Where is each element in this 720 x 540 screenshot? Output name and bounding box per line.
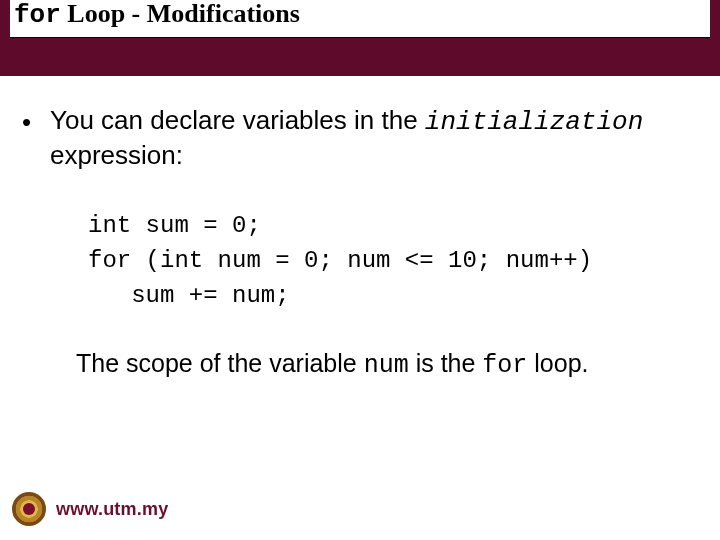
scope-t1: The scope of the variable [76, 349, 364, 377]
slide-body: • You can declare variables in the initi… [0, 76, 720, 383]
scope-note: The scope of the variable num is the for… [76, 347, 698, 383]
title-code-word: for [14, 0, 61, 30]
scope-keyword-for: for [482, 351, 527, 380]
code-block: int sum = 0; for (int num = 0; num <= 10… [88, 209, 698, 313]
footer: www.utm.my [12, 492, 168, 526]
bullet-text-before: You can declare variables in the [50, 105, 425, 135]
slide-title: for Loop - Modifications [10, 0, 710, 38]
bullet-text-after: expression: [50, 140, 183, 170]
code-line-2: for (int num = 0; num <= 10; num++) [88, 247, 592, 274]
code-line-3: sum += num; [88, 282, 290, 309]
scope-t2: is the [409, 349, 483, 377]
site-url: www.utm.my [56, 499, 168, 520]
utm-logo-icon [12, 492, 46, 526]
bullet-text: You can declare variables in the initial… [50, 104, 698, 171]
bullet-item: • You can declare variables in the initi… [22, 104, 698, 171]
title-rest: Loop - Modifications [61, 0, 300, 28]
title-banner: for Loop - Modifications [0, 0, 720, 76]
bullet-text-mono: initialization [425, 107, 643, 137]
bullet-marker: • [22, 104, 50, 139]
code-line-1: int sum = 0; [88, 212, 261, 239]
scope-var-num: num [364, 351, 409, 380]
scope-t3: loop. [527, 349, 588, 377]
